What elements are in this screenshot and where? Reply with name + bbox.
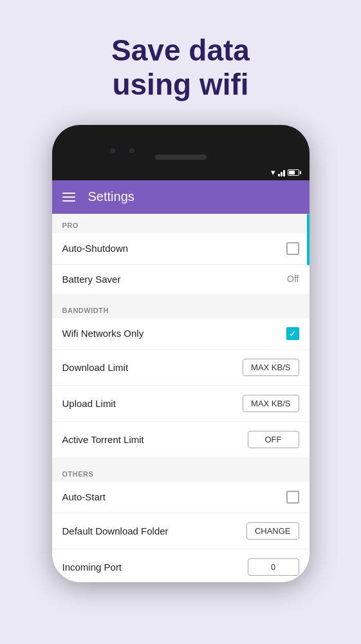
checkbox-auto-start[interactable] [286,491,299,504]
section-bandwidth: Wifi Networks Only ✓ Download Limit MAX … [52,318,310,457]
checkbox-auto-shutdown[interactable] [286,242,299,255]
hamburger-line-1 [62,193,75,194]
row-wifi-networks-only[interactable]: Wifi Networks Only ✓ [52,318,310,350]
label-upload-limit: Upload Limit [62,398,116,409]
label-active-torrent-limit: Active Torrent Limit [62,434,144,445]
button-change-folder[interactable]: CHANGE [246,522,299,540]
phone-top-bar [52,125,310,165]
hero-section: Save data using wifi [111,0,250,125]
battery-fill [289,171,295,175]
label-auto-shutdown: Auto-Shutdown [62,243,129,254]
hamburger-line-3 [62,200,75,202]
row-incoming-port[interactable]: Incoming Port 0 [52,549,310,582]
camera-right-dot [129,148,134,153]
signal-bar-3 [283,170,285,176]
app-bar-title: Settings [88,189,134,204]
section-header-others: OTHERS [52,462,310,482]
row-auto-start[interactable]: Auto-Start [52,482,310,513]
label-incoming-port: Incoming Port [62,562,122,573]
status-bar: ▾ [52,165,310,180]
battery-icon [288,169,299,176]
signal-bar-1 [278,174,280,176]
camera-left-dot [110,148,115,153]
button-upload-limit[interactable]: MAX KB/S [243,395,299,412]
label-default-download-folder: Default Download Folder [62,526,169,536]
row-upload-limit[interactable]: Upload Limit MAX KB/S [52,386,310,422]
label-auto-start: Auto-Start [62,491,106,502]
signal-icon [278,169,285,176]
section-header-pro: PRO [52,214,310,233]
speaker-grille [155,155,207,160]
button-active-torrent-limit[interactable]: OFF [248,431,299,448]
checkbox-wifi-networks-only[interactable]: ✓ [286,327,299,340]
label-battery-saver: Battery Saver [62,274,121,285]
wifi-icon: ▾ [271,167,275,177]
phone-mockup: ▾ Settings PRO Auto [52,125,310,582]
hamburger-menu-button[interactable] [62,193,75,202]
row-active-torrent-limit[interactable]: Active Torrent Limit OFF [52,422,310,457]
status-icons: ▾ [271,167,299,177]
button-download-limit[interactable]: MAX KB/S [243,359,299,376]
scroll-indicator[interactable] [307,214,310,265]
signal-bar-2 [281,172,282,176]
row-battery-saver[interactable]: Battery Saver Off [52,265,310,294]
row-default-download-folder[interactable]: Default Download Folder CHANGE [52,513,310,549]
section-header-bandwidth: BANDWIDTH [52,299,310,318]
row-auto-shutdown[interactable]: Auto-Shutdown [52,233,310,265]
label-wifi-networks-only: Wifi Networks Only [62,328,144,339]
section-others: Auto-Start Default Download Folder CHANG… [52,482,310,582]
button-incoming-port[interactable]: 0 [248,558,299,576]
value-battery-saver: Off [287,274,299,284]
label-download-limit: Download Limit [62,362,129,373]
settings-content: PRO Auto-Shutdown Battery Saver Off BAND… [52,214,310,582]
hero-title: Save data using wifi [111,33,250,102]
section-pro: Auto-Shutdown Battery Saver Off [52,233,310,294]
row-download-limit[interactable]: Download Limit MAX KB/S [52,350,310,386]
app-bar: Settings [52,180,310,214]
hamburger-line-2 [62,196,75,198]
